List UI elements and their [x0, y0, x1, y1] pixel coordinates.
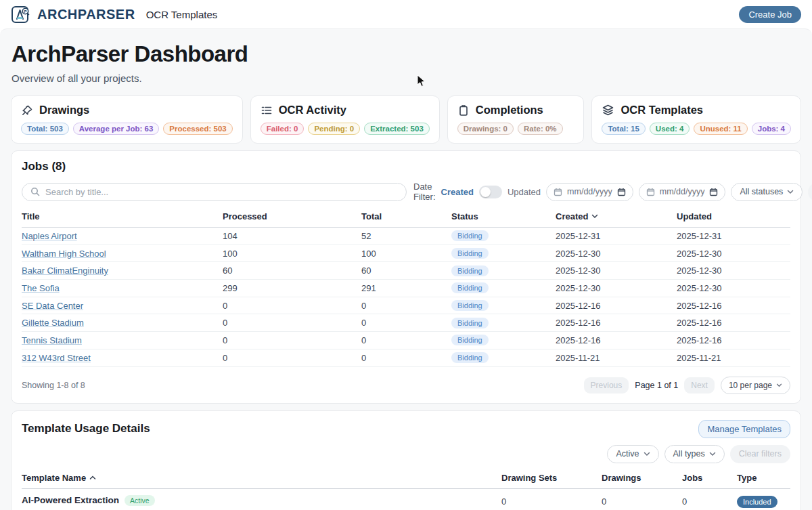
topbar: P ARCHPARSER OCR Templates Create Job [0, 0, 812, 28]
col-total[interactable]: Total [361, 211, 451, 221]
stat-badge: Processed: 503 [163, 123, 232, 135]
jobs-search[interactable] [22, 183, 407, 201]
stat-badge: Total: 503 [21, 123, 69, 135]
sort-desc-icon [591, 214, 598, 219]
table-row[interactable]: Waltham High School 100 100 Bidding 2025… [22, 245, 790, 263]
job-title-link[interactable]: Bakar ClimatEnginuity [22, 265, 108, 276]
active-filter-dropdown[interactable]: Active [607, 445, 658, 463]
table-row[interactable]: Gillette Stadium 0 0 Bidding 2025-12-16 … [22, 314, 790, 332]
job-title-link[interactable]: Gillette Stadium [22, 318, 84, 328]
chevron-down-icon [644, 452, 650, 456]
stat-badge: Failed: 0 [261, 123, 304, 135]
chevron-down-icon [776, 383, 782, 387]
templates-table-header: Template Name Drawing Sets Drawings Jobs… [22, 473, 790, 489]
table-row[interactable]: AI-Powered Extraction Active Uses Claude… [22, 489, 790, 510]
date-filter-created-label[interactable]: Created [441, 187, 474, 197]
job-status-badge: Bidding [451, 265, 489, 276]
card-badges: Failed: 0Pending: 0Extracted: 503 [261, 123, 430, 135]
card-badges: Drawings: 0Rate: 0% [457, 123, 574, 135]
col-drawings[interactable]: Drawings [602, 473, 682, 483]
clear-filters-button[interactable]: Clear filters [808, 183, 812, 201]
date-filter-updated-label[interactable]: Updated [508, 187, 541, 197]
manage-templates-button[interactable]: Manage Templates [698, 420, 790, 438]
svg-text:P: P [24, 9, 26, 14]
job-title-link[interactable]: 312 W43rd Street [22, 353, 91, 363]
table-row[interactable]: The Sofia 299 291 Bidding 2025-12-30 202… [22, 280, 790, 297]
status-filter-dropdown[interactable]: All statuses [731, 183, 803, 201]
col-status[interactable]: Status [451, 211, 556, 221]
job-created: 2025-12-30 [556, 249, 677, 259]
create-job-button[interactable]: Create Job [739, 6, 801, 23]
job-status-badge: Bidding [451, 318, 489, 328]
template-type-badge: Included [737, 496, 777, 508]
card-title: OCR Templates [621, 104, 703, 116]
col-template-name[interactable]: Template Name [22, 473, 501, 483]
brand-wordmark: ARCHPARSER [37, 7, 135, 22]
chevron-down-icon [709, 452, 716, 456]
stat-badge: Unused: 11 [694, 123, 747, 135]
list-icon [261, 104, 273, 116]
job-total: 52 [361, 231, 451, 241]
job-created: 2025-12-31 [556, 231, 677, 241]
stat-badge: Drawings: 0 [457, 123, 514, 135]
archparser-logo-icon: P [11, 4, 31, 24]
date-to-input[interactable]: mm/dd/yyyy [639, 183, 726, 201]
templates-clear-filters-button[interactable]: Clear filters [730, 445, 790, 463]
per-page-dropdown[interactable]: 10 per page [721, 377, 790, 394]
template-drawings: 0 [602, 495, 682, 507]
table-row[interactable]: Bakar ClimatEnginuity 60 60 Bidding 2025… [22, 262, 790, 280]
job-title-link[interactable]: SE Data Center [22, 301, 83, 311]
stat-badge: Extracted: 503 [364, 123, 430, 135]
job-title-link[interactable]: Naples Airport [22, 231, 77, 241]
types-filter-dropdown[interactable]: All types [664, 445, 725, 463]
col-title[interactable]: Title [22, 211, 223, 221]
stat-card-ocr-templates: OCR Templates Total: 15Used: 4Unused: 11… [591, 95, 801, 144]
next-page-button[interactable]: Next [684, 377, 715, 394]
table-row[interactable]: Naples Airport 104 52 Bidding 2025-12-31… [22, 228, 790, 245]
date-picker-icon[interactable] [709, 188, 718, 196]
templates-table-body: AI-Powered Extraction Active Uses Claude… [22, 489, 790, 510]
templates-panel: Template Usage Details Manage Templates … [11, 410, 801, 510]
table-row[interactable]: 312 W43rd Street 0 0 Bidding 2025-11-21 … [22, 349, 790, 367]
job-total: 0 [361, 335, 451, 345]
toggle-knob [480, 187, 491, 197]
job-status-badge: Bidding [451, 300, 489, 311]
job-title-link[interactable]: Waltham High School [22, 249, 106, 259]
date-filter-toggle[interactable] [479, 186, 502, 198]
col-processed[interactable]: Processed [223, 211, 361, 221]
job-title-link[interactable]: The Sofia [22, 283, 60, 293]
previous-page-button[interactable]: Previous [584, 377, 629, 394]
card-title: Completions [476, 104, 543, 116]
date-filter-label: Date Filter: [413, 182, 436, 202]
job-updated: 2025-12-30 [677, 283, 790, 293]
date-from-input[interactable]: mm/dd/yyyy [546, 183, 633, 201]
table-row[interactable]: SE Data Center 0 0 Bidding 2025-12-16 20… [22, 297, 790, 315]
stat-badge: Rate: 0% [518, 123, 563, 135]
col-type[interactable]: Type [737, 473, 790, 483]
col-updated[interactable]: Updated [677, 211, 790, 221]
stat-badge: Total: 15 [602, 123, 645, 135]
job-updated: 2025-11-21 [677, 353, 790, 363]
topbar-page-title: OCR Templates [146, 9, 218, 20]
table-row[interactable]: Tennis Stadium 0 0 Bidding 2025-12-16 20… [22, 332, 790, 349]
job-processed: 0 [223, 318, 361, 328]
search-input[interactable] [45, 187, 398, 197]
job-total: 0 [361, 318, 451, 328]
brand[interactable]: P ARCHPARSER [11, 4, 135, 24]
col-template-name-label: Template Name [22, 473, 86, 483]
job-updated: 2025-12-31 [677, 231, 790, 241]
per-page-value: 10 per page [729, 381, 772, 390]
chevron-down-icon [787, 190, 794, 194]
job-processed: 0 [223, 301, 361, 311]
job-title-link[interactable]: Tennis Stadium [22, 335, 82, 345]
col-jobs[interactable]: Jobs [682, 473, 737, 483]
col-created[interactable]: Created [556, 211, 677, 221]
col-created-label: Created [556, 211, 588, 221]
calendar-icon [646, 188, 655, 196]
stat-badge: Pending: 0 [308, 123, 360, 135]
sort-asc-icon [89, 475, 96, 480]
date-picker-icon[interactable] [617, 188, 626, 196]
types-filter-value: All types [673, 449, 705, 459]
job-processed: 299 [223, 283, 361, 293]
col-drawing-sets[interactable]: Drawing Sets [501, 473, 602, 483]
